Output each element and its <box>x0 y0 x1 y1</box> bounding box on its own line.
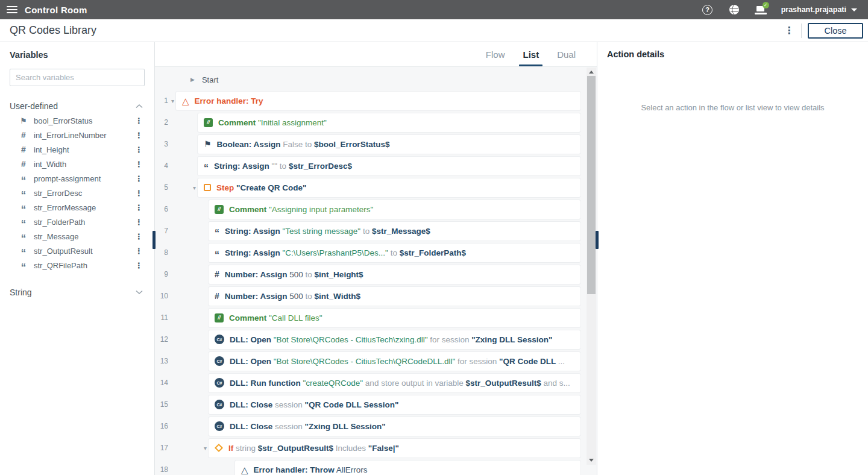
variable-item[interactable]: #int_Width⋮ <box>0 157 154 171</box>
action-text: Includes <box>333 444 368 453</box>
line-number: 13 <box>155 357 168 365</box>
variable-options-icon[interactable]: ⋮ <box>135 131 143 140</box>
variable-item[interactable]: #int_Height⋮ <box>0 142 154 157</box>
variable-item[interactable]: “str_Message⋮ <box>0 229 154 244</box>
action-card[interactable]: △Error handler: Throw AllErrors <box>235 461 580 475</box>
variable-options-icon[interactable]: ⋮ <box>135 145 143 154</box>
collapse-caret-icon[interactable]: ▾ <box>204 445 207 451</box>
variable-item[interactable]: #int_ErrorLineNumber⋮ <box>0 128 154 142</box>
variable-item[interactable]: ⚑bool_ErrorStatus⋮ <box>0 113 154 128</box>
action-card[interactable]: //Comment "Assigning input parameters" <box>209 200 580 219</box>
action-card[interactable]: //Comment "Call DLL files" <box>209 309 580 327</box>
collapse-caret-icon[interactable]: ▾ <box>171 98 174 104</box>
action-text: 500 <box>288 270 303 279</box>
variable-item[interactable]: “str_FolderPath⋮ <box>0 215 154 229</box>
panel-resize-handle-left[interactable] <box>153 231 156 249</box>
variable-item[interactable]: “str_ErrorDesc⋮ <box>0 186 154 200</box>
variable-item[interactable]: “str_QRFilePath⋮ <box>0 258 154 272</box>
variable-section-user-defined[interactable]: User-defined <box>0 99 154 113</box>
line-number: 3 <box>155 140 168 148</box>
string-variable-icon: “ <box>18 187 29 198</box>
action-text: "Bot Store\QRCodes - CitiusTech\QRCodeDL… <box>271 357 455 366</box>
search-variables-input[interactable] <box>10 69 145 86</box>
scroll-down-icon[interactable] <box>589 459 594 462</box>
variable-options-icon[interactable]: ⋮ <box>135 203 143 212</box>
indent-slot: ▾ <box>168 445 209 451</box>
action-text: $int_Height$ <box>315 270 363 279</box>
variables-title: Variables <box>10 50 145 60</box>
section-label: String <box>10 288 136 297</box>
action-card[interactable]: //Comment "Initial assignment" <box>198 113 580 132</box>
action-card[interactable]: #Number: Assign 500 to $int_Height$ <box>209 265 580 284</box>
scroll-up-icon[interactable] <box>589 71 594 74</box>
start-node[interactable]: ▶ Start <box>155 69 597 90</box>
help-icon[interactable]: ? <box>702 4 714 16</box>
action-card[interactable]: C#DLL: Open "Bot Store\QRCodes - CitiusT… <box>209 352 580 371</box>
action-card[interactable]: C#DLL: Close session "QR Code DLL Sessio… <box>209 395 580 414</box>
action-card[interactable]: ⚑Boolean: Assign False to $bool_ErrorSta… <box>198 135 580 154</box>
action-text: "createQRCode" <box>301 379 363 388</box>
action-card[interactable]: C#DLL: Run function "createQRCode" and s… <box>209 374 580 392</box>
vertical-scrollbar[interactable] <box>587 68 596 465</box>
variable-options-icon[interactable]: ⋮ <box>135 232 143 241</box>
variable-name: str_Message <box>34 232 135 241</box>
variable-item[interactable]: “str_OutputResult⋮ <box>0 244 154 258</box>
device-status-icon[interactable]: ✓ <box>755 4 767 16</box>
variable-name: str_ErrorMessage <box>34 203 135 212</box>
close-button[interactable]: Close <box>808 23 863 39</box>
variable-options-icon[interactable]: ⋮ <box>135 174 143 183</box>
variable-item[interactable]: “prompt-assignment⋮ <box>0 171 154 186</box>
action-text: "Initial assignment" <box>256 118 327 127</box>
action-card[interactable]: If string $str_OutputResult$ Includes "F… <box>209 439 580 458</box>
action-text: ... <box>558 357 565 366</box>
throw-icon: △ <box>241 465 248 474</box>
variable-name: int_Width <box>34 160 135 169</box>
variable-section-string[interactable]: String <box>0 285 154 300</box>
tab-list[interactable]: List <box>517 42 545 66</box>
action-card[interactable]: △Error handler: Try <box>176 92 580 110</box>
dll-icon: C# <box>215 421 224 431</box>
comment-icon: // <box>215 205 224 214</box>
action-row: 10#Number: Assign 500 to $int_Width$ <box>155 285 597 307</box>
action-text: "QR Code DLL <box>499 357 558 366</box>
variable-options-icon[interactable]: ⋮ <box>135 218 143 227</box>
tab-flow[interactable]: Flow <box>480 42 511 66</box>
variable-options-icon[interactable]: ⋮ <box>135 247 143 256</box>
action-text: DLL: Open <box>230 357 271 366</box>
topbar: Control Room ? ✓ prashant.prajapati <box>0 0 868 19</box>
line-number: 1 <box>155 96 168 105</box>
menu-icon[interactable] <box>7 6 17 13</box>
action-card[interactable]: C#DLL: Open "Bot Store\QRCodes - CitiusT… <box>209 330 580 349</box>
variable-options-icon[interactable]: ⋮ <box>135 189 143 198</box>
variables-panel: Variables User-defined⚑bool_ErrorStatus⋮… <box>0 42 155 475</box>
action-card[interactable]: “String: Assign "Test string message" to… <box>209 222 580 241</box>
scrollbar-thumb[interactable] <box>587 76 596 294</box>
action-card[interactable]: C#DLL: Close session "Zxing DLL Session" <box>209 417 580 436</box>
action-row: 14C#DLL: Run function "createQRCode" and… <box>155 372 597 394</box>
collapse-caret-icon[interactable]: ▾ <box>193 184 196 191</box>
divider <box>801 24 802 38</box>
action-card[interactable]: #Number: Assign 500 to $int_Width$ <box>209 287 580 306</box>
variable-options-icon[interactable]: ⋮ <box>135 261 143 270</box>
variable-item[interactable]: “str_ErrorMessage⋮ <box>0 200 154 215</box>
more-options-icon[interactable]: ⋮ <box>777 26 801 36</box>
chevron-down-icon <box>136 290 143 295</box>
panel-resize-handle-right[interactable] <box>596 231 599 249</box>
action-card[interactable]: “String: Assign "" to $str_ErrorDesc$ <box>198 157 580 175</box>
action-row: 15C#DLL: Close session "QR Code DLL Sess… <box>155 394 597 415</box>
string-icon: “ <box>204 161 209 171</box>
variable-options-icon[interactable]: ⋮ <box>135 116 143 125</box>
user-menu[interactable]: prashant.prajapati <box>781 5 857 14</box>
dll-icon: C# <box>215 356 224 366</box>
action-text: $str_ErrorDesc$ <box>289 162 352 171</box>
page-title: QR Codes Library <box>10 24 96 37</box>
action-card[interactable]: “String: Assign "C:\Users\PrashantP5\Des… <box>209 244 580 262</box>
globe-icon[interactable] <box>728 4 740 16</box>
number-variable-icon: # <box>18 159 29 169</box>
action-card[interactable]: Step "Create QR Code" <box>198 178 580 197</box>
tab-dual[interactable]: Dual <box>551 42 582 66</box>
action-row: 1▾△Error handler: Try <box>155 90 597 112</box>
try-icon: △ <box>182 96 189 105</box>
variable-options-icon[interactable]: ⋮ <box>135 160 143 169</box>
expand-arrow-icon[interactable]: ▶ <box>190 77 195 83</box>
